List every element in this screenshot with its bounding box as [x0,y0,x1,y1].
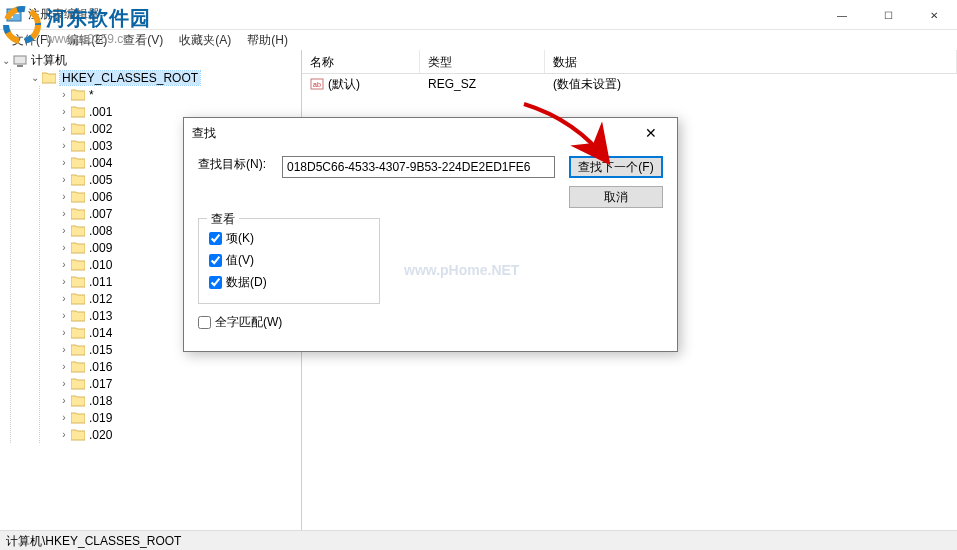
tree-node[interactable]: ›.017 [58,375,301,392]
dialog-title: 查找 [192,125,633,142]
tree-root-label: 计算机 [31,52,67,69]
folder-icon [70,138,86,154]
chevron-right-icon[interactable]: › [58,293,70,304]
chevron-right-icon[interactable]: › [58,429,70,440]
chevron-right-icon[interactable]: › [58,174,70,185]
menu-file[interactable]: 文件(F) [4,30,59,51]
folder-icon [70,393,86,409]
chk-whole-row[interactable]: 全字匹配(W) [198,314,663,331]
cancel-button[interactable]: 取消 [569,186,663,208]
chk-whole[interactable] [198,316,211,329]
tree-node[interactable]: ›* [58,86,301,103]
chevron-right-icon[interactable]: › [58,310,70,321]
tree-node[interactable]: ›.016 [58,358,301,375]
chevron-right-icon[interactable]: › [58,276,70,287]
tree-node-label: .008 [89,224,112,238]
regedit-app-icon [6,7,22,23]
tree-node-label: .005 [89,173,112,187]
folder-icon [70,308,86,324]
tree-node-label: .019 [89,411,112,425]
tree-root-computer[interactable]: ⌄ 计算机 [0,52,301,69]
find-next-button[interactable]: 查找下一个(F) [569,156,663,178]
folder-icon [70,342,86,358]
chk-values-row[interactable]: 值(V) [209,249,369,271]
menu-help[interactable]: 帮助(H) [239,30,296,51]
folder-icon [70,155,86,171]
chevron-down-icon[interactable]: ⌄ [29,72,41,83]
status-bar: 计算机\HKEY_CLASSES_ROOT [0,530,957,550]
tree-node[interactable]: ›.019 [58,409,301,426]
tree-node-label: .018 [89,394,112,408]
chk-values[interactable] [209,254,222,267]
chevron-right-icon[interactable]: › [58,242,70,253]
tree-node[interactable]: ›.020 [58,426,301,443]
col-data[interactable]: 数据 [545,50,957,73]
tree-node-label: .016 [89,360,112,374]
tree-node-label: .010 [89,258,112,272]
window-title: 注册表编辑器 [28,6,819,23]
minimize-button[interactable]: — [819,0,865,30]
chevron-right-icon[interactable]: › [58,140,70,151]
chevron-right-icon[interactable]: › [58,225,70,236]
chevron-right-icon[interactable]: › [58,361,70,372]
tree-node-label: .011 [89,275,112,289]
tree-node-label: .013 [89,309,112,323]
folder-icon [70,274,86,290]
chk-values-label: 值(V) [226,252,254,269]
chevron-right-icon[interactable]: › [58,412,70,423]
chevron-right-icon[interactable]: › [58,191,70,202]
svg-text:ab: ab [313,81,321,88]
menu-bar: 文件(F) 编辑(E) 查看(V) 收藏夹(A) 帮助(H) [0,30,957,50]
svg-rect-3 [15,12,19,14]
chk-keys[interactable] [209,232,222,245]
svg-rect-0 [7,9,21,21]
chevron-right-icon[interactable]: › [58,378,70,389]
maximize-button[interactable]: ☐ [865,0,911,30]
list-value-name: (默认) [328,76,360,93]
close-button[interactable]: ✕ [911,0,957,30]
chk-data-label: 数据(D) [226,274,267,291]
folder-icon [70,257,86,273]
folder-icon [70,427,86,443]
chk-data-row[interactable]: 数据(D) [209,271,369,293]
chevron-right-icon[interactable]: › [58,157,70,168]
dialog-close-button[interactable]: ✕ [633,121,669,145]
tree-node[interactable]: ›.018 [58,392,301,409]
tree-node-label: .006 [89,190,112,204]
chevron-right-icon[interactable]: › [58,327,70,338]
tree-node-hkcr[interactable]: ⌄ HKEY_CLASSES_ROOT [29,69,301,86]
chk-data[interactable] [209,276,222,289]
list-cell-type: REG_SZ [420,75,545,93]
menu-favorites[interactable]: 收藏夹(A) [171,30,239,51]
chevron-right-icon[interactable]: › [58,208,70,219]
find-target-input[interactable] [282,156,555,178]
tree-node-label: .017 [89,377,112,391]
tree-node-label: .007 [89,207,112,221]
chevron-down-icon[interactable]: ⌄ [0,55,12,66]
col-name[interactable]: 名称 [302,50,420,73]
folder-icon [70,240,86,256]
folder-icon [70,376,86,392]
col-type[interactable]: 类型 [420,50,545,73]
svg-rect-5 [17,65,23,67]
dialog-titlebar[interactable]: 查找 ✕ [184,118,677,148]
folder-icon [70,206,86,222]
chevron-right-icon[interactable]: › [58,106,70,117]
folder-icon [70,189,86,205]
menu-edit[interactable]: 编辑(E) [59,30,115,51]
svg-rect-2 [9,16,13,18]
chevron-right-icon[interactable]: › [58,123,70,134]
menu-view[interactable]: 查看(V) [115,30,171,51]
chevron-right-icon[interactable]: › [58,344,70,355]
look-at-group: 查看 项(K) 值(V) 数据(D) [198,218,380,304]
folder-icon [70,223,86,239]
chevron-right-icon[interactable]: › [58,259,70,270]
folder-icon [70,87,86,103]
chevron-right-icon[interactable]: › [58,89,70,100]
chevron-right-icon[interactable]: › [58,395,70,406]
group-title: 查看 [207,211,239,228]
find-dialog: 查找 ✕ 查找目标(N): 查找下一个(F) 取消 查看 项(K) 值(V) 数 [183,117,678,352]
chk-keys-row[interactable]: 项(K) [209,227,369,249]
list-row[interactable]: ab (默认) REG_SZ (数值未设置) [302,74,957,94]
string-value-icon: ab [310,77,324,91]
